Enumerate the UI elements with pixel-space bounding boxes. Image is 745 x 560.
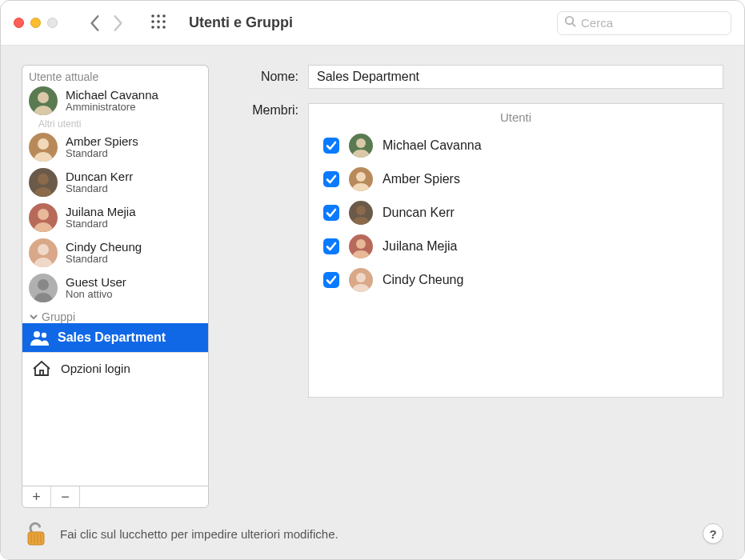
avatar [349,201,373,225]
members-column-header: Utenti [309,110,723,129]
forward-button[interactable] [110,14,125,32]
svg-point-22 [356,206,366,215]
avatar [29,238,58,267]
members-row: Membri: Utenti Michael Cavanna Amber Spi… [233,103,723,398]
svg-point-2 [162,14,166,18]
svg-rect-25 [28,532,44,545]
svg-point-23 [356,239,366,249]
avatar [29,203,58,232]
svg-point-4 [157,20,160,23]
svg-point-18 [42,333,46,338]
member-item[interactable]: Juilana Mejia [309,230,723,263]
member-name: Michael Cavanna [383,138,482,153]
traffic-lights [14,18,58,28]
window-title: Utenti e Gruppi [189,14,293,31]
sidebar-user-item[interactable]: Duncan Kerr Standard [22,165,208,200]
sidebar: Utente attuale Michael Cavanna Amministr… [22,65,209,508]
footer: Fai clic sul lucchetto per impedire ulte… [22,508,723,548]
svg-line-10 [572,23,575,26]
titlebar: Utenti e Gruppi [1,1,744,46]
groups-section-label[interactable]: Gruppi [22,306,208,323]
current-user-section-label: Utente attuale [22,66,208,83]
lock-text: Fai clic sul lucchetto per impedire ulte… [60,527,338,541]
name-row: Nome: [233,65,723,89]
back-button[interactable] [88,14,102,32]
member-name: Cindy Cheung [383,273,463,287]
svg-point-24 [356,273,366,282]
svg-point-3 [151,20,154,23]
member-checkbox[interactable] [323,238,339,254]
group-name: Sales Department [58,330,166,345]
avatar [29,168,58,197]
avatar [349,268,373,292]
svg-point-16 [38,279,49,290]
member-item[interactable]: Amber Spiers [309,162,723,196]
sidebar-user-item[interactable]: Guest User Non attivo [22,270,208,306]
user-role: Standard [66,254,142,266]
member-item[interactable]: Cindy Cheung [309,263,723,297]
login-options-item[interactable]: Opzioni login [22,352,208,383]
nav-arrows [88,14,125,32]
user-name: Cindy Cheung [66,240,142,254]
member-name: Juilana Mejia [383,239,457,254]
sidebar-group-item-selected[interactable]: Sales Department [22,323,208,352]
show-all-prefs-button[interactable] [150,14,166,33]
svg-point-1 [157,14,160,18]
remove-button[interactable]: − [51,486,80,507]
group-name-input[interactable] [308,65,723,89]
add-button[interactable]: + [22,486,51,507]
sidebar-user-item[interactable]: Cindy Cheung Standard [22,235,208,270]
member-checkbox[interactable] [323,205,339,221]
help-button[interactable]: ? [703,523,723,544]
svg-point-0 [151,14,154,18]
member-item[interactable]: Duncan Kerr [309,196,723,230]
search-field[interactable] [557,11,731,35]
svg-point-12 [38,138,49,150]
main-panel: Nome: Membri: Utenti Michael Cavanna [233,65,723,508]
svg-point-17 [34,331,40,338]
user-role: Standard [66,218,136,230]
search-input[interactable] [581,16,733,30]
svg-point-13 [38,174,49,185]
member-checkbox[interactable] [323,171,339,187]
svg-point-9 [566,17,573,24]
avatar [349,167,373,191]
user-name: Duncan Kerr [66,170,133,183]
svg-point-8 [162,26,166,29]
svg-point-11 [38,92,49,103]
user-name: Guest User [66,275,126,289]
svg-point-14 [38,209,49,220]
user-name: Michael Cavanna [66,88,158,102]
svg-point-15 [38,244,49,255]
house-icon [30,359,53,377]
user-role: Amministratore [66,102,158,114]
group-icon [30,330,50,346]
member-name: Duncan Kerr [383,206,455,220]
user-role: Non attivo [66,289,126,301]
avatar [29,133,58,162]
close-window-button[interactable] [14,18,24,28]
body: Utente attuale Michael Cavanna Amministr… [1,46,744,559]
svg-point-21 [356,172,366,182]
member-name: Amber Spiers [383,172,460,186]
members-label: Membri: [233,103,298,118]
svg-point-7 [157,26,160,29]
sidebar-user-item[interactable]: Juilana Mejia Standard [22,200,208,235]
avatar [349,134,373,158]
chevron-down-icon [29,312,38,322]
avatar [29,86,58,115]
member-checkbox[interactable] [323,272,339,288]
svg-point-20 [356,138,366,148]
search-icon [564,15,576,30]
lock-icon[interactable] [22,519,50,548]
addremove-spacer [80,486,208,507]
minimize-window-button[interactable] [30,18,41,28]
member-item[interactable]: Michael Cavanna [309,129,723,162]
other-users-section-label: Altri utenti [22,114,208,130]
svg-point-5 [162,20,166,23]
zoom-window-button[interactable] [47,18,58,28]
member-checkbox[interactable] [323,138,339,154]
members-list: Utenti Michael Cavanna Amber Spiers [308,103,723,398]
sidebar-user-item[interactable]: Amber Spiers Standard [22,130,208,165]
svg-rect-19 [40,370,43,375]
